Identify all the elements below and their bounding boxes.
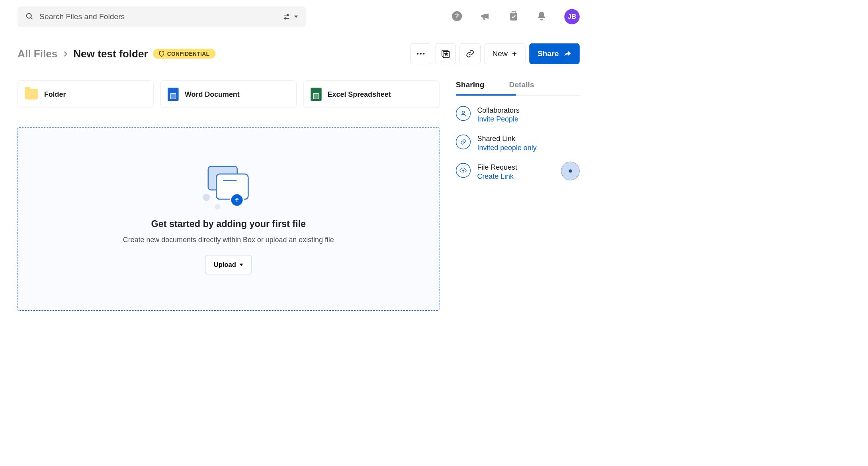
cloud-upload-icon xyxy=(456,163,471,178)
new-button-label: New xyxy=(492,49,508,58)
file-request-title: File Request xyxy=(477,163,517,171)
ellipsis-icon xyxy=(417,53,425,55)
search-box[interactable] xyxy=(18,7,306,27)
new-button[interactable]: New xyxy=(484,43,525,64)
search-filter-icon[interactable] xyxy=(283,14,298,20)
shared-link-title: Shared Link xyxy=(477,135,536,143)
help-icon[interactable]: ? xyxy=(452,11,463,23)
star-square-icon xyxy=(441,49,450,58)
word-doc-icon xyxy=(168,88,179,101)
breadcrumb-current: New test folder xyxy=(73,48,148,60)
upload-button[interactable]: Upload xyxy=(205,255,252,274)
tasks-icon[interactable] xyxy=(508,11,519,23)
more-options-button[interactable] xyxy=(411,43,431,64)
breadcrumb-root[interactable]: All Files xyxy=(18,48,57,60)
dropzone[interactable]: Get started by adding your first file Cr… xyxy=(18,127,440,311)
suggestion-card-word[interactable]: Word Document xyxy=(160,80,297,108)
search-icon xyxy=(25,12,33,21)
panel-shared-link: Shared Link Invited people only xyxy=(456,135,580,152)
link-button[interactable] xyxy=(460,43,481,64)
plus-icon xyxy=(512,51,518,57)
bookmark-collection-button[interactable] xyxy=(435,43,456,64)
caret-down-icon xyxy=(239,263,243,266)
person-icon xyxy=(456,106,471,121)
svg-point-0 xyxy=(27,14,31,18)
dropzone-title: Get started by adding your first file xyxy=(151,218,306,229)
create-link-action[interactable]: Create Link xyxy=(477,172,517,180)
coachmark-indicator[interactable] xyxy=(561,162,580,180)
tab-details[interactable]: Details xyxy=(509,80,534,95)
card-label: Folder xyxy=(44,90,66,98)
avatar[interactable]: JB xyxy=(564,9,580,25)
invite-people-link[interactable]: Invite People xyxy=(477,115,519,123)
svg-point-12 xyxy=(423,53,424,55)
shield-icon xyxy=(159,51,164,57)
card-label: Excel Spreadsheet xyxy=(328,90,391,98)
upload-button-label: Upload xyxy=(214,261,236,268)
svg-point-11 xyxy=(420,53,422,55)
avatar-initials: JB xyxy=(568,13,576,20)
share-button-label: Share xyxy=(538,49,559,58)
collaborators-title: Collaborators xyxy=(477,106,519,114)
tab-sharing[interactable]: Sharing xyxy=(456,80,485,95)
shared-link-setting[interactable]: Invited people only xyxy=(477,144,536,152)
folder-icon xyxy=(25,89,38,100)
share-arrow-icon xyxy=(564,50,571,57)
svg-rect-9 xyxy=(512,12,516,14)
dropzone-subtitle: Create new documents directly within Box… xyxy=(123,236,334,244)
upload-folder-illustration xyxy=(207,164,250,208)
card-label: Word Document xyxy=(185,90,240,98)
classification-label: CONFIDENTIAL xyxy=(167,51,210,57)
chevron-right-icon xyxy=(63,48,68,59)
excel-doc-icon xyxy=(311,88,322,101)
suggestion-card-folder[interactable]: Folder xyxy=(18,80,154,108)
classification-badge: CONFIDENTIAL xyxy=(153,49,215,59)
bell-icon[interactable] xyxy=(536,11,547,23)
svg-point-3 xyxy=(287,14,288,16)
svg-point-10 xyxy=(417,53,418,55)
link-icon xyxy=(466,49,475,58)
panel-collaborators: Collaborators Invite People xyxy=(456,106,580,123)
suggestion-card-excel[interactable]: Excel Spreadsheet xyxy=(303,80,439,108)
search-input[interactable] xyxy=(39,12,283,21)
svg-line-1 xyxy=(31,18,32,19)
svg-point-17 xyxy=(462,111,464,114)
svg-text:?: ? xyxy=(455,12,459,20)
share-button[interactable]: Share xyxy=(529,43,579,64)
svg-point-5 xyxy=(285,18,286,19)
megaphone-icon[interactable] xyxy=(480,11,491,23)
link-circle-icon xyxy=(456,135,471,149)
